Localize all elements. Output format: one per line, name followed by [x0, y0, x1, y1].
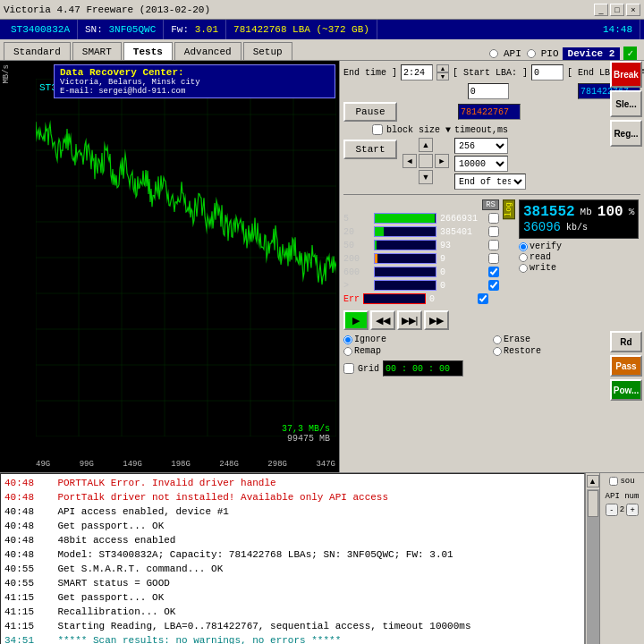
end-button[interactable]: ▶▶: [424, 310, 449, 330]
chart-canvas: [36, 79, 336, 436]
right-side-extra: sou API num - 2 +: [599, 473, 644, 644]
speed-overlay: 37,3 MB/s: [282, 424, 330, 434]
back-button[interactable]: ◀◀: [370, 310, 395, 330]
pct-value: 100: [597, 204, 623, 220]
rege-button[interactable]: Reg...: [610, 120, 642, 147]
nav-down-button[interactable]: ▼: [419, 170, 433, 184]
kbs-value: 36096: [523, 220, 561, 234]
pio-radio[interactable]: [527, 49, 536, 58]
rs-badge[interactable]: RS: [482, 199, 499, 210]
bottom-area: 40:48 PORTTALK Error. Invalid driver han…: [0, 472, 644, 644]
api-num-label: API num: [606, 492, 640, 501]
x-axis: 49G 99G 149G 198G 248G 298G 347G: [36, 460, 335, 469]
close-button[interactable]: ×: [626, 4, 640, 16]
sn-label: SN:: [85, 24, 103, 35]
nav-left-button[interactable]: ◄: [402, 154, 417, 168]
pio-label[interactable]: PIO: [541, 48, 559, 59]
grid-time-input[interactable]: [383, 360, 463, 377]
maximize-button[interactable]: □: [610, 4, 624, 16]
api-radio[interactable]: [489, 49, 498, 58]
timeout-select[interactable]: 10000: [454, 156, 508, 172]
progress-row-200: 200 9: [343, 253, 499, 264]
start-lba-label: [ Start LBA: ]: [453, 68, 528, 78]
remap-option[interactable]: Remap: [343, 346, 491, 356]
verify-option[interactable]: verify: [519, 242, 639, 251]
check-5[interactable]: [488, 213, 499, 224]
test-type-select[interactable]: End of test: [454, 174, 526, 190]
check-20[interactable]: [488, 226, 499, 237]
blocksize-checkbox[interactable]: [372, 124, 383, 135]
chart-overlay: 37,3 MB/s 99475 MB: [282, 424, 330, 444]
pause-button[interactable]: Pause: [343, 102, 397, 122]
bar-200: [375, 254, 377, 263]
end-time-label: End time ]: [343, 68, 397, 78]
check-50[interactable]: [488, 240, 499, 250]
api-plus-button[interactable]: +: [626, 504, 639, 516]
log-line: 40:48 PortTalk driver not installed! Ava…: [4, 490, 580, 504]
break-button[interactable]: Break: [610, 61, 642, 88]
device-label: Device 2: [563, 47, 621, 60]
blocksize-row: block size ▼ timeout,ms: [343, 124, 640, 135]
ignore-option[interactable]: Ignore: [343, 335, 491, 344]
time-down-button[interactable]: ▼: [436, 72, 449, 80]
log-line: 41:15 Starting Reading, LBA=0..781422767…: [4, 619, 580, 633]
scroll-track: [587, 489, 599, 644]
tab-setup[interactable]: Setup: [243, 42, 292, 60]
side-buttons: Break Sle... Reg...: [610, 61, 642, 147]
nav-up-button[interactable]: ▲: [419, 138, 433, 152]
log-line: 40:48 API access enabled, device #1: [4, 504, 580, 519]
x-label-5: 298G: [267, 460, 287, 469]
lba-row: End time ] ▲ ▼ [ Start LBA: ] [ End LBA:…: [343, 64, 640, 80]
log-scrollbar[interactable]: ▲ ▼: [585, 473, 599, 644]
end-time-input[interactable]: [401, 64, 433, 80]
check-gt[interactable]: [488, 280, 499, 291]
play-button[interactable]: ▶: [343, 310, 369, 330]
nav-right-button[interactable]: ►: [435, 154, 449, 168]
progress-row-5: 5 2666931: [343, 213, 499, 224]
end-time-val2-input[interactable]: [468, 83, 509, 99]
nav-center-button[interactable]: [419, 154, 433, 168]
log-line: 40:48 PORTTALK Error. Invalid driver han…: [4, 476, 580, 490]
progress-row-20: 20 385401: [343, 226, 499, 237]
fw-label: Fw:: [171, 24, 189, 35]
log-line: 41:15 Recallibration... OK: [4, 605, 580, 619]
write-option[interactable]: write: [519, 263, 639, 273]
skip-end-button[interactable]: ▶▶|: [397, 310, 422, 330]
rd-button[interactable]: Rd: [610, 331, 642, 352]
time-up-button[interactable]: ▲: [436, 64, 449, 72]
scroll-up-button[interactable]: ▲: [587, 475, 599, 487]
start-lba-input[interactable]: [531, 64, 564, 80]
sou-checkbox[interactable]: [609, 477, 618, 486]
log-line: 40:48 Get passport... OK: [4, 519, 580, 533]
check-icon[interactable]: ✓: [623, 47, 637, 60]
sn-segment: SN: 3NF05QWC: [78, 20, 164, 39]
read-option[interactable]: read: [519, 252, 639, 262]
tab-standard[interactable]: Standard: [4, 42, 71, 60]
mb-value: 381552: [523, 204, 575, 220]
api-minus-button[interactable]: -: [606, 504, 618, 516]
start-button[interactable]: Start: [343, 140, 397, 159]
tab-smart[interactable]: SMART: [72, 42, 122, 60]
check-200[interactable]: [488, 253, 499, 264]
size-overlay: 99475 MB: [282, 434, 330, 444]
check-600[interactable]: [488, 267, 499, 277]
blocksize-select[interactable]: 256: [454, 138, 508, 154]
log-panel[interactable]: 40:48 PORTTALK Error. Invalid driver han…: [0, 473, 585, 644]
tab-bar: Standard SMART Tests Advanced Setup API …: [0, 39, 644, 61]
pass-button[interactable]: Pass: [610, 355, 642, 377]
minimize-button[interactable]: _: [594, 4, 608, 16]
transport-buttons: ▶ ◀◀ ▶▶| ▶▶: [343, 310, 449, 330]
grid-checkbox[interactable]: [343, 363, 354, 374]
log-to-badge[interactable]: log: [503, 199, 515, 219]
end-lba-input2[interactable]: [458, 104, 521, 120]
tab-advanced[interactable]: Advanced: [174, 42, 242, 60]
lba-segment: 781422768 LBA (~372 GB): [226, 20, 377, 39]
chart-header: Data Recovery Center: Victoria, Belarus,…: [54, 64, 335, 98]
api-label[interactable]: API: [504, 48, 521, 59]
check-err[interactable]: [478, 293, 488, 304]
scroll-thumb[interactable]: [588, 490, 598, 517]
power-button[interactable]: Pow...: [610, 379, 642, 401]
sou-label: sou: [620, 477, 634, 486]
tab-tests[interactable]: Tests: [123, 42, 173, 60]
sleep-button[interactable]: Sle...: [610, 90, 642, 117]
